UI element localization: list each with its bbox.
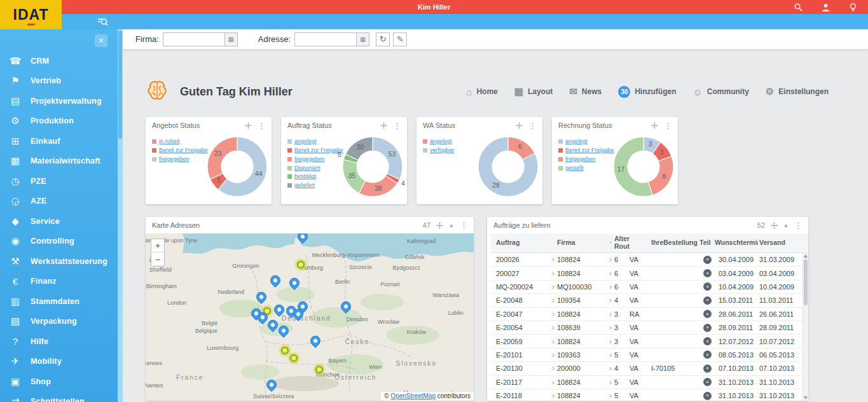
- sidebar-item[interactable]: ⇄ Schnittstellen: [0, 392, 118, 402]
- chevron-icon[interactable]: ›: [547, 323, 556, 332]
- move-icon[interactable]: [436, 222, 443, 229]
- sidebar-item[interactable]: € Finanz: [0, 272, 118, 292]
- sidebar-item[interactable]: ▥ Stammdaten: [0, 291, 118, 312]
- legend-label[interactable]: freigegeben: [294, 156, 325, 162]
- legend-label[interactable]: gestellt: [565, 165, 584, 171]
- menu-icon[interactable]: ⋮: [794, 221, 803, 230]
- chevron-icon[interactable]: ›: [547, 269, 556, 278]
- menu-icon[interactable]: ⋮: [393, 121, 401, 130]
- header-nav-item[interactable]: ⚙ Einstellungen: [766, 86, 829, 97]
- table-row[interactable]: E-20048 › 109354 › 4 VA × 15.03.2011 11.…: [491, 294, 808, 307]
- sidebar-item[interactable]: ▧ Verpackung: [0, 312, 118, 332]
- zoom-in-button[interactable]: +: [151, 239, 164, 253]
- scroll-thumb[interactable]: [804, 260, 808, 305]
- cancel-icon[interactable]: ×: [703, 378, 712, 386]
- cancel-icon[interactable]: ×: [703, 364, 712, 373]
- cancel-icon[interactable]: ×: [703, 337, 712, 345]
- move-icon[interactable]: [380, 122, 387, 129]
- chevron-icon[interactable]: ›: [604, 310, 613, 319]
- cancel-icon[interactable]: ×: [703, 269, 712, 277]
- sidebar-item[interactable]: ⚙ Produktion: [0, 111, 118, 132]
- chevron-icon[interactable]: ›: [547, 282, 556, 291]
- chevron-icon[interactable]: ›: [547, 350, 556, 359]
- table-row[interactable]: E-20117 › 108824 › 5 VA × 31.10.2013 31.…: [491, 376, 808, 389]
- legend-label[interactable]: bestätigt: [294, 173, 316, 179]
- sidebar-item[interactable]: ✈ Mobility: [0, 352, 118, 372]
- table-row[interactable]: 200027 › 108824 › 6 VA × 03.04.2009 03.0…: [491, 267, 808, 280]
- map-marker[interactable]: [315, 365, 324, 373]
- table-row[interactable]: 200026 › 108824 › 6 VA × 30.04.2009 31.0…: [491, 253, 808, 267]
- sidebar-item[interactable]: ⚒ Werkstattsteuerung: [0, 251, 118, 272]
- move-icon[interactable]: [516, 122, 523, 129]
- table-row[interactable]: MQ-200024 › MQ100030 › 6 VA × 10.04.2009…: [491, 281, 808, 294]
- table-row[interactable]: E-20101 › 109363 › 5 VA × 08.05.2013 06.…: [491, 349, 808, 362]
- table-row[interactable]: E-20047 › 108824 › 3 RA × 28.06.2011 26.…: [491, 308, 808, 321]
- donut-segment[interactable]: [373, 137, 403, 179]
- menu-icon[interactable]: ⋮: [664, 121, 672, 130]
- chevron-icon[interactable]: ›: [547, 255, 556, 264]
- chevron-icon[interactable]: ›: [547, 296, 556, 305]
- move-icon[interactable]: [245, 122, 252, 129]
- table-scrollbar[interactable]: [803, 253, 808, 401]
- chevron-icon[interactable]: ›: [604, 323, 613, 332]
- chevron-icon[interactable]: ›: [547, 310, 556, 319]
- map-marker[interactable]: [280, 346, 289, 354]
- chevron-icon[interactable]: ›: [547, 337, 556, 346]
- chevron-icon[interactable]: ›: [547, 391, 556, 400]
- legend-label[interactable]: freigegeben: [565, 156, 596, 162]
- sidebar-item[interactable]: ⚑ Vertrieb: [0, 71, 118, 92]
- chevron-icon[interactable]: ›: [604, 255, 613, 264]
- chevron-icon[interactable]: ›: [604, 269, 613, 278]
- header-nav-item[interactable]: ☺ Community: [693, 87, 749, 97]
- sidebar-item[interactable]: ◉ Controlling: [0, 232, 118, 252]
- legend-label[interactable]: angelegt: [294, 138, 317, 144]
- table-row[interactable]: E-20130 › 200000 › 4 VA I-70105 × 07.10.…: [491, 362, 808, 375]
- chevron-icon[interactable]: ›: [604, 282, 613, 291]
- move-icon[interactable]: [771, 222, 778, 229]
- legend-label[interactable]: angelegt: [430, 138, 452, 144]
- collapse-icon[interactable]: ▲: [449, 223, 454, 228]
- chevron-icon[interactable]: ›: [604, 378, 613, 387]
- scroll-up-icon[interactable]: [804, 254, 808, 258]
- sidebar-search-icon[interactable]: [97, 17, 108, 30]
- sidebar-item[interactable]: ◶ AZE: [0, 191, 118, 212]
- chevron-icon[interactable]: ›: [604, 364, 613, 373]
- osm-link[interactable]: OpenStreetMap: [390, 392, 436, 399]
- col-wunschtermin[interactable]: Wunschtermin: [713, 239, 758, 247]
- cancel-icon[interactable]: ×: [703, 282, 712, 291]
- col-versand[interactable]: Versand: [758, 239, 801, 247]
- legend-label[interactable]: freigegeben: [159, 156, 189, 162]
- sidebar-item[interactable]: ? Hilfe: [0, 331, 118, 352]
- menu-icon[interactable]: ⋮: [460, 221, 468, 230]
- legend-label[interactable]: angelegt: [565, 138, 588, 144]
- sidebar-item[interactable]: ◷ PZE: [0, 171, 118, 191]
- legend-label[interactable]: in Arbeit: [159, 138, 180, 144]
- col-teil[interactable]: Teil: [698, 239, 713, 247]
- cancel-icon[interactable]: ×: [703, 310, 712, 318]
- edit-button[interactable]: ✎: [393, 32, 407, 46]
- col-firma[interactable]: Firma: [556, 239, 604, 247]
- header-nav-item[interactable]: ▦ Layout: [514, 86, 553, 97]
- adresse-picker-icon[interactable]: ▦: [356, 33, 369, 46]
- sidebar-item[interactable]: ▣ Shop: [0, 371, 118, 392]
- legend-label[interactable]: Bereit zur Freigabe: [565, 147, 614, 153]
- menu-icon[interactable]: ⋮: [258, 121, 266, 130]
- cancel-icon[interactable]: ×: [703, 324, 712, 332]
- legend-label[interactable]: verfügbar: [430, 147, 454, 153]
- zoom-out-button[interactable]: −: [151, 253, 164, 266]
- sidebar-item[interactable]: ☎ CRM: [0, 51, 118, 71]
- donut-segment[interactable]: [207, 137, 237, 179]
- map-marker[interactable]: [297, 261, 305, 269]
- refresh-button[interactable]: ↻: [376, 32, 390, 46]
- map-marker[interactable]: [289, 354, 298, 362]
- cancel-icon[interactable]: ×: [703, 296, 712, 305]
- donut-segment[interactable]: [648, 156, 673, 195]
- sidebar-item[interactable]: ⊞ Einkauf: [0, 131, 118, 151]
- legend-label[interactable]: Bereit zur Freigabe: [294, 147, 343, 153]
- lightbulb-icon[interactable]: [848, 3, 858, 12]
- table-row[interactable]: E-20059 › 108824 › 3 VA × 12.07.2012 10.…: [491, 335, 808, 348]
- chevron-icon[interactable]: ›: [604, 350, 613, 359]
- collapse-icon[interactable]: ▲: [783, 223, 789, 228]
- cancel-icon[interactable]: ×: [703, 350, 712, 359]
- sidebar-item[interactable]: ▦ Materialwirtschaft: [0, 151, 118, 172]
